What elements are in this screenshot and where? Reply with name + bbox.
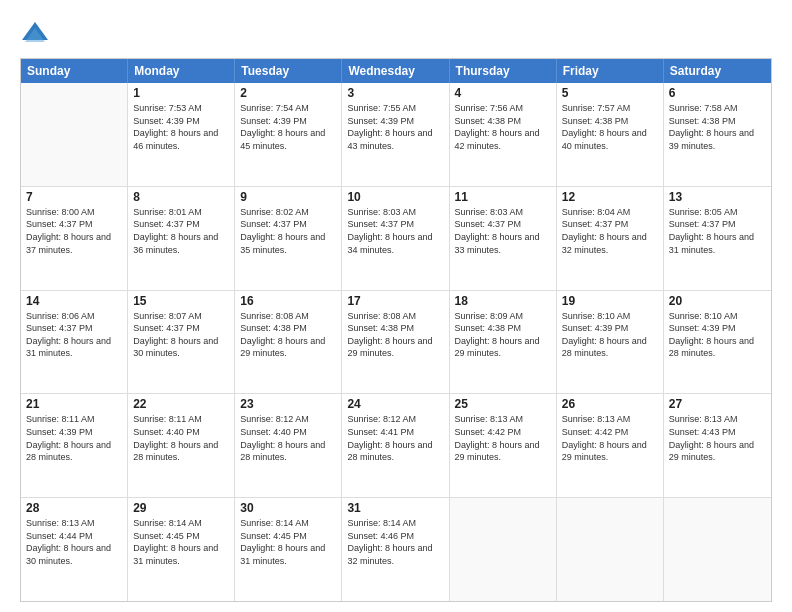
day-number: 25 bbox=[455, 397, 551, 411]
day-number: 9 bbox=[240, 190, 336, 204]
calendar-cell: 6Sunrise: 7:58 AMSunset: 4:38 PMDaylight… bbox=[664, 83, 771, 186]
cal-header-day: Saturday bbox=[664, 59, 771, 83]
cell-info: Sunrise: 7:58 AMSunset: 4:38 PMDaylight:… bbox=[669, 102, 766, 152]
calendar-cell: 14Sunrise: 8:06 AMSunset: 4:37 PMDayligh… bbox=[21, 291, 128, 394]
calendar-row: 7Sunrise: 8:00 AMSunset: 4:37 PMDaylight… bbox=[21, 187, 771, 291]
day-number: 20 bbox=[669, 294, 766, 308]
calendar-cell: 29Sunrise: 8:14 AMSunset: 4:45 PMDayligh… bbox=[128, 498, 235, 601]
cal-header-day: Monday bbox=[128, 59, 235, 83]
cal-header-day: Friday bbox=[557, 59, 664, 83]
calendar-cell bbox=[557, 498, 664, 601]
calendar-cell: 19Sunrise: 8:10 AMSunset: 4:39 PMDayligh… bbox=[557, 291, 664, 394]
cell-info: Sunrise: 8:11 AMSunset: 4:40 PMDaylight:… bbox=[133, 413, 229, 463]
cell-info: Sunrise: 8:14 AMSunset: 4:45 PMDaylight:… bbox=[240, 517, 336, 567]
calendar-body: 1Sunrise: 7:53 AMSunset: 4:39 PMDaylight… bbox=[21, 83, 771, 601]
cell-info: Sunrise: 8:10 AMSunset: 4:39 PMDaylight:… bbox=[562, 310, 658, 360]
day-number: 21 bbox=[26, 397, 122, 411]
calendar-cell: 24Sunrise: 8:12 AMSunset: 4:41 PMDayligh… bbox=[342, 394, 449, 497]
calendar-cell: 17Sunrise: 8:08 AMSunset: 4:38 PMDayligh… bbox=[342, 291, 449, 394]
day-number: 14 bbox=[26, 294, 122, 308]
calendar-cell: 28Sunrise: 8:13 AMSunset: 4:44 PMDayligh… bbox=[21, 498, 128, 601]
calendar-row: 28Sunrise: 8:13 AMSunset: 4:44 PMDayligh… bbox=[21, 498, 771, 601]
cell-info: Sunrise: 7:55 AMSunset: 4:39 PMDaylight:… bbox=[347, 102, 443, 152]
calendar-cell bbox=[21, 83, 128, 186]
calendar-cell: 23Sunrise: 8:12 AMSunset: 4:40 PMDayligh… bbox=[235, 394, 342, 497]
day-number: 28 bbox=[26, 501, 122, 515]
day-number: 8 bbox=[133, 190, 229, 204]
day-number: 11 bbox=[455, 190, 551, 204]
day-number: 16 bbox=[240, 294, 336, 308]
cell-info: Sunrise: 8:06 AMSunset: 4:37 PMDaylight:… bbox=[26, 310, 122, 360]
cell-info: Sunrise: 7:54 AMSunset: 4:39 PMDaylight:… bbox=[240, 102, 336, 152]
day-number: 4 bbox=[455, 86, 551, 100]
cell-info: Sunrise: 8:08 AMSunset: 4:38 PMDaylight:… bbox=[347, 310, 443, 360]
calendar-cell: 11Sunrise: 8:03 AMSunset: 4:37 PMDayligh… bbox=[450, 187, 557, 290]
calendar-cell: 30Sunrise: 8:14 AMSunset: 4:45 PMDayligh… bbox=[235, 498, 342, 601]
day-number: 15 bbox=[133, 294, 229, 308]
calendar-row: 21Sunrise: 8:11 AMSunset: 4:39 PMDayligh… bbox=[21, 394, 771, 498]
day-number: 27 bbox=[669, 397, 766, 411]
calendar-cell: 26Sunrise: 8:13 AMSunset: 4:42 PMDayligh… bbox=[557, 394, 664, 497]
calendar-cell: 15Sunrise: 8:07 AMSunset: 4:37 PMDayligh… bbox=[128, 291, 235, 394]
day-number: 3 bbox=[347, 86, 443, 100]
calendar-cell: 9Sunrise: 8:02 AMSunset: 4:37 PMDaylight… bbox=[235, 187, 342, 290]
calendar-cell: 5Sunrise: 7:57 AMSunset: 4:38 PMDaylight… bbox=[557, 83, 664, 186]
day-number: 18 bbox=[455, 294, 551, 308]
cell-info: Sunrise: 8:03 AMSunset: 4:37 PMDaylight:… bbox=[347, 206, 443, 256]
day-number: 22 bbox=[133, 397, 229, 411]
cell-info: Sunrise: 8:00 AMSunset: 4:37 PMDaylight:… bbox=[26, 206, 122, 256]
calendar-cell: 22Sunrise: 8:11 AMSunset: 4:40 PMDayligh… bbox=[128, 394, 235, 497]
calendar-row: 14Sunrise: 8:06 AMSunset: 4:37 PMDayligh… bbox=[21, 291, 771, 395]
cell-info: Sunrise: 8:04 AMSunset: 4:37 PMDaylight:… bbox=[562, 206, 658, 256]
logo-icon bbox=[20, 20, 50, 50]
cell-info: Sunrise: 8:13 AMSunset: 4:42 PMDaylight:… bbox=[455, 413, 551, 463]
cell-info: Sunrise: 8:08 AMSunset: 4:38 PMDaylight:… bbox=[240, 310, 336, 360]
cell-info: Sunrise: 8:13 AMSunset: 4:43 PMDaylight:… bbox=[669, 413, 766, 463]
calendar-cell: 16Sunrise: 8:08 AMSunset: 4:38 PMDayligh… bbox=[235, 291, 342, 394]
calendar-cell: 3Sunrise: 7:55 AMSunset: 4:39 PMDaylight… bbox=[342, 83, 449, 186]
calendar-cell: 8Sunrise: 8:01 AMSunset: 4:37 PMDaylight… bbox=[128, 187, 235, 290]
cell-info: Sunrise: 8:12 AMSunset: 4:40 PMDaylight:… bbox=[240, 413, 336, 463]
calendar-cell: 25Sunrise: 8:13 AMSunset: 4:42 PMDayligh… bbox=[450, 394, 557, 497]
day-number: 6 bbox=[669, 86, 766, 100]
calendar-row: 1Sunrise: 7:53 AMSunset: 4:39 PMDaylight… bbox=[21, 83, 771, 187]
cell-info: Sunrise: 8:05 AMSunset: 4:37 PMDaylight:… bbox=[669, 206, 766, 256]
day-number: 5 bbox=[562, 86, 658, 100]
cell-info: Sunrise: 8:03 AMSunset: 4:37 PMDaylight:… bbox=[455, 206, 551, 256]
calendar: SundayMondayTuesdayWednesdayThursdayFrid… bbox=[20, 58, 772, 602]
day-number: 12 bbox=[562, 190, 658, 204]
calendar-cell: 7Sunrise: 8:00 AMSunset: 4:37 PMDaylight… bbox=[21, 187, 128, 290]
calendar-cell: 1Sunrise: 7:53 AMSunset: 4:39 PMDaylight… bbox=[128, 83, 235, 186]
cell-info: Sunrise: 8:11 AMSunset: 4:39 PMDaylight:… bbox=[26, 413, 122, 463]
calendar-cell: 27Sunrise: 8:13 AMSunset: 4:43 PMDayligh… bbox=[664, 394, 771, 497]
calendar-cell: 13Sunrise: 8:05 AMSunset: 4:37 PMDayligh… bbox=[664, 187, 771, 290]
cal-header-day: Thursday bbox=[450, 59, 557, 83]
calendar-cell: 10Sunrise: 8:03 AMSunset: 4:37 PMDayligh… bbox=[342, 187, 449, 290]
cell-info: Sunrise: 8:12 AMSunset: 4:41 PMDaylight:… bbox=[347, 413, 443, 463]
cell-info: Sunrise: 8:07 AMSunset: 4:37 PMDaylight:… bbox=[133, 310, 229, 360]
cal-header-day: Tuesday bbox=[235, 59, 342, 83]
day-number: 29 bbox=[133, 501, 229, 515]
cell-info: Sunrise: 8:02 AMSunset: 4:37 PMDaylight:… bbox=[240, 206, 336, 256]
calendar-cell: 12Sunrise: 8:04 AMSunset: 4:37 PMDayligh… bbox=[557, 187, 664, 290]
calendar-cell: 2Sunrise: 7:54 AMSunset: 4:39 PMDaylight… bbox=[235, 83, 342, 186]
calendar-cell: 18Sunrise: 8:09 AMSunset: 4:38 PMDayligh… bbox=[450, 291, 557, 394]
page: SundayMondayTuesdayWednesdayThursdayFrid… bbox=[0, 0, 792, 612]
cell-info: Sunrise: 8:13 AMSunset: 4:42 PMDaylight:… bbox=[562, 413, 658, 463]
cell-info: Sunrise: 8:09 AMSunset: 4:38 PMDaylight:… bbox=[455, 310, 551, 360]
calendar-cell: 31Sunrise: 8:14 AMSunset: 4:46 PMDayligh… bbox=[342, 498, 449, 601]
day-number: 7 bbox=[26, 190, 122, 204]
cell-info: Sunrise: 8:13 AMSunset: 4:44 PMDaylight:… bbox=[26, 517, 122, 567]
cell-info: Sunrise: 7:56 AMSunset: 4:38 PMDaylight:… bbox=[455, 102, 551, 152]
cell-info: Sunrise: 8:10 AMSunset: 4:39 PMDaylight:… bbox=[669, 310, 766, 360]
day-number: 24 bbox=[347, 397, 443, 411]
cell-info: Sunrise: 8:14 AMSunset: 4:45 PMDaylight:… bbox=[133, 517, 229, 567]
calendar-header: SundayMondayTuesdayWednesdayThursdayFrid… bbox=[21, 59, 771, 83]
cell-info: Sunrise: 8:14 AMSunset: 4:46 PMDaylight:… bbox=[347, 517, 443, 567]
day-number: 10 bbox=[347, 190, 443, 204]
day-number: 1 bbox=[133, 86, 229, 100]
calendar-cell bbox=[664, 498, 771, 601]
calendar-cell: 21Sunrise: 8:11 AMSunset: 4:39 PMDayligh… bbox=[21, 394, 128, 497]
cell-info: Sunrise: 8:01 AMSunset: 4:37 PMDaylight:… bbox=[133, 206, 229, 256]
cal-header-day: Wednesday bbox=[342, 59, 449, 83]
